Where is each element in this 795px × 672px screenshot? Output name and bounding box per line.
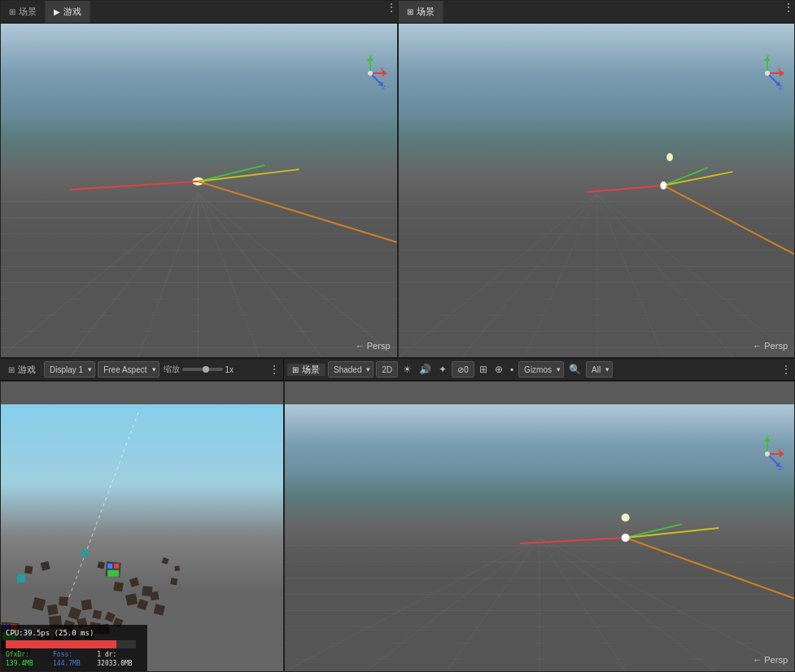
more-btn-topright[interactable]: ⋮ xyxy=(783,1,794,23)
more-btn-bottomright[interactable]: ⋮ xyxy=(780,363,792,376)
perf-bar-container xyxy=(6,640,136,648)
svg-text:Y: Y xyxy=(766,53,771,60)
viewport-bottomright: X Y Z xyxy=(285,404,794,671)
tab-game-bottomleft[interactable]: ⊞ 游戏 xyxy=(3,364,41,376)
tab-scene-topleft[interactable]: ⊞ 场景 xyxy=(1,1,46,23)
svg-line-54 xyxy=(461,194,596,357)
svg-line-26 xyxy=(199,194,322,357)
svg-line-29 xyxy=(70,181,199,190)
svg-line-128 xyxy=(285,538,539,671)
svg-rect-96 xyxy=(107,564,112,569)
svg-rect-69 xyxy=(47,604,59,616)
bottom-right-panel: X Y Z xyxy=(284,381,795,672)
bottom-row: CPU:39.5ps (25.0 ms) GfxDr: 139.4MB Foss… xyxy=(0,381,795,672)
transform-btn[interactable]: ⊕ xyxy=(492,361,505,377)
grid-topright xyxy=(399,24,795,357)
svg-rect-97 xyxy=(114,564,119,569)
all-dropdown[interactable]: All xyxy=(586,361,613,377)
grid-toggle-btn[interactable]: ⊞ xyxy=(477,361,490,377)
shaded-dropdown[interactable]: Shaded xyxy=(328,361,373,377)
grid-topleft xyxy=(1,24,397,357)
scale-label: 缩放 xyxy=(164,364,180,375)
more-btn-bottomleft[interactable]: ⋮ xyxy=(269,363,280,376)
svg-rect-93 xyxy=(41,561,50,571)
svg-rect-87 xyxy=(142,586,152,596)
cpu-label: CPU:39.5ps (25.0 ms) xyxy=(6,628,142,639)
svg-rect-103 xyxy=(170,578,177,585)
grid-icon-bottomright: ⊞ xyxy=(292,365,299,374)
svg-line-67 xyxy=(66,412,138,607)
audio-btn[interactable]: 🔊 xyxy=(417,361,434,377)
persp-label-topleft: ← Persp xyxy=(356,341,391,351)
perf-mem-row: GfxDr: 139.4MB Foss: 144.7MB 1 dr: 32033… xyxy=(6,650,142,668)
scene-bottom-toolbar: ⊞ 场景 Shaded 2D ☀ 🔊 ✦ ⊘0 ⊞ ⊕ ▪ xyxy=(284,358,795,381)
tab-scene-topright[interactable]: ⊞ 场景 xyxy=(399,1,443,23)
svg-rect-72 xyxy=(81,600,92,610)
display-dropdown[interactable]: Display 1 xyxy=(44,361,95,377)
overlay-numbers-btn[interactable]: ⊘0 xyxy=(452,361,474,377)
2d-btn[interactable]: 2D xyxy=(376,361,398,377)
game-label-topleft: 游戏 xyxy=(63,6,81,18)
gizmos-dropdown[interactable]: Gizmos xyxy=(518,361,564,377)
aspect-label: Free Aspect xyxy=(103,365,146,374)
svg-rect-85 xyxy=(113,582,124,592)
gizmo-topleft: X Y Z xyxy=(350,53,391,94)
svg-line-62 xyxy=(663,168,707,185)
svg-text:Z: Z xyxy=(779,465,783,472)
svg-line-64 xyxy=(663,185,794,255)
effects-btn[interactable]: ✦ xyxy=(436,361,449,377)
svg-point-65 xyxy=(660,181,666,190)
svg-rect-73 xyxy=(92,610,102,620)
scale-value: 1x xyxy=(225,365,234,374)
mem1: GfxDr: 139.4MB xyxy=(6,650,48,668)
scene-label-topright: 场景 xyxy=(417,6,435,18)
svg-rect-86 xyxy=(129,577,140,587)
search-btn[interactable]: 🔍 xyxy=(566,361,583,377)
scale-slider[interactable] xyxy=(182,368,223,371)
svg-rect-90 xyxy=(150,591,159,600)
viewport-topright: X Y Z xyxy=(399,24,795,357)
svg-line-32 xyxy=(199,181,397,242)
perf-overlay: CPU:39.5ps (25.0 ms) GfxDr: 139.4MB Foss… xyxy=(1,625,147,671)
bottom-left-panel: CPU:39.5ps (25.0 ms) GfxDr: 139.4MB Foss… xyxy=(0,381,284,672)
svg-text:X: X xyxy=(777,447,782,454)
svg-line-139 xyxy=(626,538,794,599)
more-btn-topleft[interactable]: ⋮ xyxy=(386,1,397,23)
shaded-label: Shaded xyxy=(334,365,361,374)
svg-rect-99 xyxy=(81,549,89,556)
svg-line-130 xyxy=(447,538,539,671)
svg-text:X: X xyxy=(380,66,385,73)
svg-line-27 xyxy=(199,194,397,357)
svg-point-9 xyxy=(368,71,373,76)
gizmo-bottomright: X Y Z xyxy=(747,434,788,474)
svg-line-61 xyxy=(588,185,663,192)
svg-rect-89 xyxy=(137,599,148,610)
light-btn[interactable]: ☀ xyxy=(400,361,414,377)
svg-text:Y: Y xyxy=(369,53,373,60)
svg-line-58 xyxy=(596,194,732,357)
svg-line-30 xyxy=(199,165,265,181)
svg-rect-91 xyxy=(154,604,165,615)
aspect-dropdown[interactable]: Free Aspect xyxy=(98,361,159,377)
game-icon-topleft: ▶ xyxy=(54,7,60,16)
svg-line-129 xyxy=(366,538,539,671)
tab-game-topleft[interactable]: ▶ 游戏 xyxy=(46,1,90,23)
svg-line-25 xyxy=(199,194,260,357)
top-left-tabbar: ⊞ 场景 ▶ 游戏 ⋮ xyxy=(1,1,397,24)
scene-label-topleft: 场景 xyxy=(19,6,37,18)
svg-line-134 xyxy=(539,538,794,671)
camera-toggle-btn[interactable]: ▪ xyxy=(508,361,516,377)
svg-text:Z: Z xyxy=(779,84,783,91)
svg-point-60 xyxy=(666,153,673,161)
svg-line-138 xyxy=(626,528,719,538)
game-label-bottomleft: 游戏 xyxy=(18,364,36,376)
scene-icon-topleft: ⊞ xyxy=(9,7,15,16)
svg-rect-71 xyxy=(68,607,81,621)
tab-scene-bottomright[interactable]: ⊞ 场景 xyxy=(287,364,325,376)
mem3: 1 dr: 32033.0MB xyxy=(97,650,142,668)
svg-rect-101 xyxy=(162,557,169,565)
game-toolbar: ⊞ 游戏 Display 1 Free Aspect 缩放 1x ⋮ xyxy=(0,358,284,381)
viewport-bottomleft: CPU:39.5ps (25.0 ms) GfxDr: 139.4MB Foss… xyxy=(1,404,283,671)
display-label: Display 1 xyxy=(50,365,83,374)
gizmo-topright: X Y Z xyxy=(747,53,788,94)
